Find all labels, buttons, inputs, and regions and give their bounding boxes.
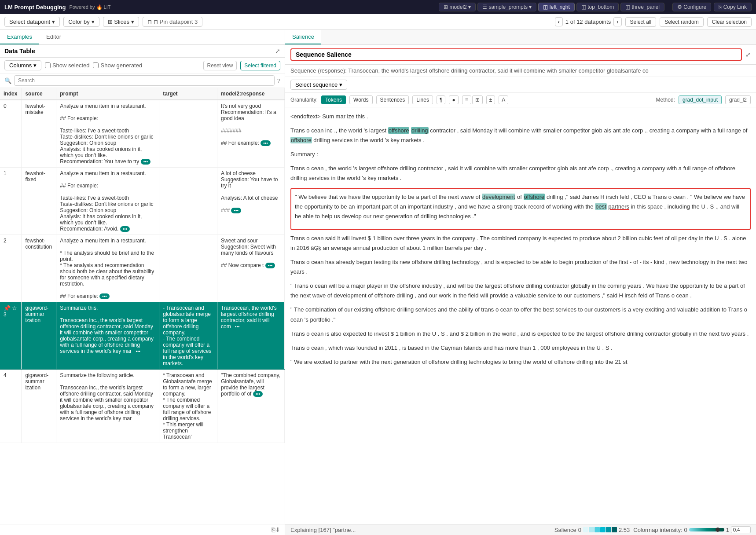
response-chip-1[interactable]: ••• — [231, 208, 241, 213]
select-datapoint-button[interactable]: Select datapoint ▾ — [4, 17, 60, 27]
salience-header: Sequence Salience ⤢ — [285, 45, 756, 65]
select-filtered-button[interactable]: Select filtered — [240, 61, 280, 70]
color-box-6 — [612, 527, 617, 532]
star-icon: ☆ — [12, 305, 17, 311]
token-drilling: drilling — [411, 127, 429, 134]
response-chip-4[interactable]: ••• — [253, 391, 263, 397]
salience-indicator: Salience 0 2.53 — [554, 527, 630, 533]
col-target: target — [159, 88, 217, 100]
prompt-chip-2[interactable]: ••• — [99, 293, 110, 299]
sequence-info-text: Sequence (response): Transocean, the wor… — [290, 67, 649, 74]
sub-toolbar: Select datapoint ▾ Color by ▾ ⊞ Slices ▾… — [0, 14, 756, 30]
salience-para-8: Trans o cean is also expected to invest … — [290, 329, 751, 339]
show-selected-input[interactable] — [45, 62, 51, 68]
font-button[interactable]: A — [499, 95, 508, 104]
gran-tokens-button[interactable]: Tokens — [321, 95, 346, 104]
cell-prompt: Analyze a menu item in a restaurant. * T… — [56, 235, 159, 302]
show-generated-checkbox[interactable]: Show generated — [93, 62, 142, 69]
tab-editor[interactable]: Editor — [39, 30, 68, 44]
salience-line1: <endoftext> Sum mar ize this . — [290, 112, 751, 121]
gran-special-button[interactable]: ¶ — [437, 95, 445, 104]
expand-salience-button[interactable]: ⤢ — [745, 51, 751, 58]
salience-bottom-label: Salience — [554, 527, 576, 533]
select-random-button[interactable]: Select random — [660, 17, 703, 27]
gran-words-button[interactable]: Words — [349, 95, 372, 104]
prompt-chip-0[interactable]: ••• — [141, 159, 151, 165]
select-sequence-button[interactable]: Select sequence ▾ — [290, 80, 347, 90]
colormap-value-input[interactable] — [731, 526, 751, 533]
table-row[interactable]: 📌 ☆ 3 gigaword-summarization Summarize t… — [0, 302, 285, 370]
salience-para-6: " Trans o cean will be a major player in… — [290, 281, 751, 300]
next-datapoint-button[interactable]: › — [613, 17, 621, 26]
table-row[interactable]: 0 fewshot-mistake Analyze a menu item in… — [0, 100, 285, 168]
prompt-chip-1[interactable]: ••• — [120, 226, 130, 232]
clear-selection-button[interactable]: Clear selection — [707, 17, 752, 27]
tab-left-right[interactable]: ◫ left_right — [538, 3, 574, 11]
table-controls: Columns ▾ Show selected Show generated R… — [0, 58, 285, 73]
prev-datapoint-button[interactable]: ‹ — [555, 17, 563, 26]
table-row[interactable]: 4 gigaword-summarization Summarize the f… — [0, 370, 285, 443]
slices-button[interactable]: ⊞ Slices ▾ — [103, 17, 139, 27]
show-generated-input[interactable] — [93, 62, 99, 68]
top-bar: LM Prompt Debugging Powered by 🔥 LIT ⊞ m… — [0, 0, 756, 14]
copy-link-button[interactable]: ⎘ Copy Link — [714, 3, 752, 11]
color-by-button[interactable]: Color by ▾ — [63, 17, 99, 27]
expand-table-button[interactable]: ⤢ — [275, 48, 280, 55]
colormap-label: Colormap intensity: — [633, 527, 682, 533]
cell-response: Transocean, the world's largest offshore… — [217, 302, 285, 370]
configure-button[interactable]: ⚙ Configure — [672, 3, 711, 11]
cell-prompt: Summarize this. Transocean inc., the wor… — [56, 302, 159, 370]
method-grad-dot-button[interactable]: grad_dot_input — [679, 95, 722, 104]
reset-view-button[interactable]: Reset view — [203, 61, 237, 70]
cell-source: fewshot-fixed — [22, 168, 56, 235]
gran-circle-button[interactable]: ● — [449, 95, 458, 104]
pin-datapoint-button[interactable]: ⊓ ⊓ Pin datapoint 3 — [143, 17, 202, 27]
color-box-1 — [583, 527, 588, 532]
powered-by: Powered by 🔥 LIT — [69, 4, 110, 10]
table-row[interactable]: 1 fewshot-fixed Analyze a menu item in a… — [0, 168, 285, 235]
colormap-value-display — [731, 526, 751, 533]
plus-minus-button[interactable]: ± — [486, 95, 495, 104]
grid-view-button[interactable]: ⊞ — [472, 95, 483, 104]
copy-row-button[interactable]: ⎘ — [272, 526, 275, 533]
response-chip-3[interactable]: ••• — [232, 324, 242, 330]
tab-salience[interactable]: Salience — [285, 30, 321, 44]
color-box-2 — [589, 527, 594, 532]
search-input[interactable] — [14, 75, 275, 86]
method-grad-l2-button[interactable]: grad_l2 — [725, 95, 751, 104]
token-development: development — [482, 194, 515, 200]
token-offshore3: offshore — [524, 194, 545, 200]
select-all-button[interactable]: Select all — [625, 17, 657, 27]
tab-top-bottom[interactable]: ◫ top_bottom — [576, 3, 619, 11]
cell-source: gigaword-summarization — [22, 370, 56, 443]
intensity-bar[interactable] — [689, 528, 724, 531]
cell-prompt: Analyze a menu item in a restaurant. ## … — [56, 168, 159, 235]
left-panel-tabs: Examples Editor — [0, 30, 285, 45]
tab-three-panel[interactable]: ◫ three_panel — [620, 3, 664, 11]
help-icon[interactable]: ? — [277, 77, 280, 84]
response-chip-2[interactable]: ••• — [265, 263, 275, 268]
columns-button[interactable]: Columns ▾ — [4, 60, 41, 70]
tab-examples[interactable]: Examples — [0, 30, 39, 44]
bottom-bar: Explaining [167] "partne... Salience 0 2… — [285, 524, 756, 535]
show-selected-checkbox[interactable]: Show selected — [45, 62, 90, 69]
gran-lines-button[interactable]: Lines — [412, 95, 433, 104]
show-generated-label: Show generated — [100, 62, 142, 69]
salience-para-summary: Summary : — [290, 150, 751, 159]
list-view-button[interactable]: ≡ — [462, 95, 471, 104]
cell-response: "The combined company, Globalsantafe, wi… — [217, 370, 285, 443]
cell-response: A lot of cheese Suggestion: You have to … — [217, 168, 285, 235]
gran-sentences-button[interactable]: Sentences — [376, 95, 409, 104]
response-chip-0[interactable]: ••• — [261, 140, 271, 146]
table-row[interactable]: 2 fewshot-constitution Analyze a menu it… — [0, 235, 285, 302]
cell-target — [159, 168, 217, 235]
tab-sample-prompts[interactable]: ☰ sample_prompts ▾ — [477, 3, 536, 11]
datapoint-nav: ‹ 1 of 12 datapoints › — [555, 17, 622, 26]
token-partners: partners — [608, 203, 629, 210]
download-row-button[interactable]: ⬇ — [275, 526, 280, 533]
tab-model2[interactable]: ⊞ model2 ▾ — [439, 3, 476, 11]
slices-label: ⊞ Slices — [108, 18, 129, 25]
model-tabs: ⊞ model2 ▾ ☰ sample_prompts ▾ ◫ left_rig… — [439, 3, 664, 11]
prompt-chip-3[interactable]: ••• — [133, 348, 143, 354]
cell-response: It's not very good Recommendation: It's … — [217, 100, 285, 168]
